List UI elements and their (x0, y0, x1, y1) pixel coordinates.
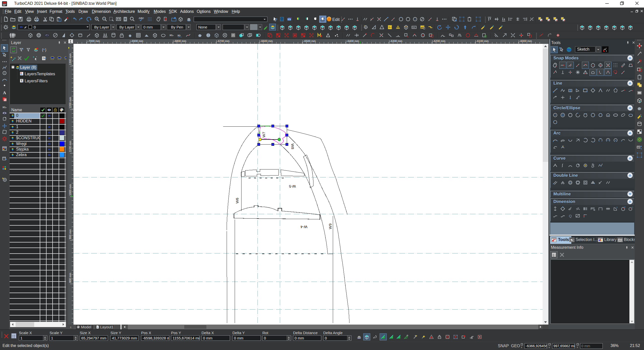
svg-text:1: 1 (606, 50, 607, 52)
svg-text:W8: W8 (291, 144, 295, 149)
svg-text:1: 1 (97, 326, 98, 328)
svg-text:S=1: S=1 (389, 26, 393, 28)
svg-text:A: A (616, 206, 618, 208)
svg-text:D: D (632, 206, 633, 208)
svg-text:W-4: W-4 (301, 225, 307, 229)
svg-text:x: x (521, 346, 522, 348)
svg-text:ab: ab (562, 145, 564, 147)
svg-text:W-5: W-5 (289, 184, 296, 189)
svg-text:z: z (577, 346, 578, 348)
svg-text:3D: 3D (169, 34, 173, 37)
svg-text:}: } (45, 48, 46, 52)
svg-text:A: A (3, 90, 6, 95)
svg-text:{: { (42, 48, 43, 52)
svg-text:W9: W9 (328, 224, 332, 229)
svg-text:3D: 3D (177, 34, 181, 37)
svg-text:Q: Q (569, 214, 572, 218)
svg-text:?: ? (383, 25, 384, 27)
svg-text:W7: W7 (262, 132, 266, 138)
svg-text:V=?: V=? (405, 26, 408, 27)
svg-text:W6: W6 (235, 198, 239, 204)
svg-text:R: R (624, 206, 626, 208)
svg-text:?: ? (275, 18, 277, 22)
svg-text:ABC: ABC (139, 17, 144, 19)
svg-text:y: y (549, 346, 550, 348)
svg-text:3D: 3D (2, 106, 6, 109)
svg-text:?: ? (375, 25, 376, 27)
